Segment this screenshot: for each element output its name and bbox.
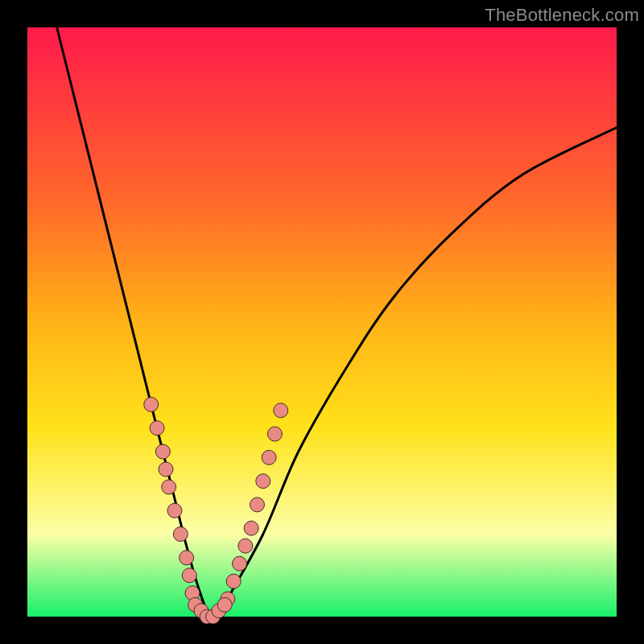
data-dot [233,556,247,571]
data-dot [173,527,188,542]
data-dot [155,444,170,459]
data-dot [238,539,253,553]
data-dot [182,568,196,583]
data-dot [262,450,276,464]
data-dot [180,551,194,565]
data-dot [162,480,176,494]
watermark-text: TheBottleneck.com [485,5,639,26]
data-dot [167,503,182,518]
plot-area [27,27,617,617]
data-dot [144,397,159,411]
data-dot [217,597,232,612]
data-dot [267,427,282,441]
data-dot [274,403,288,418]
data-dot [159,462,173,477]
bottleneck-chart [0,0,644,644]
chart-container: TheBottleneck.com [0,0,644,644]
data-dot [226,574,241,588]
data-dot [150,421,164,436]
data-dot [244,521,258,535]
data-dot [256,474,270,489]
data-dot [250,497,264,512]
